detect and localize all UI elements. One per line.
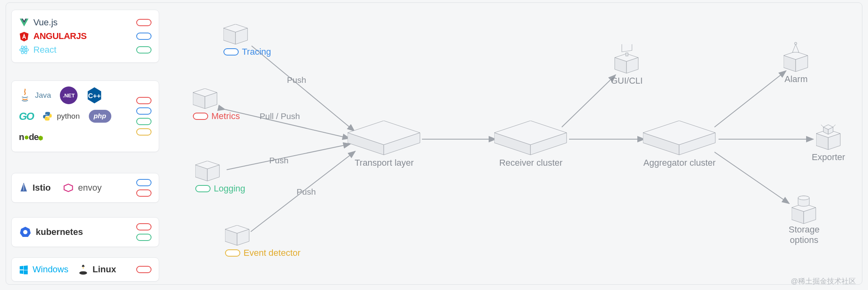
pill-column [136,179,151,197]
node-label: GUI/CLI [611,76,643,86]
pill-icon [225,249,240,257]
node-storage: Storage options [774,193,834,245]
source-event-detector: Event detector [225,225,301,258]
node-label: Transport layer [348,158,421,168]
pill-icon [136,189,151,197]
pill-icon [136,19,151,26]
pill-column [136,223,151,241]
node-label: Aggregator cluster [643,158,716,168]
source-metrics: Metrics [193,88,240,121]
panel-os: Windows Linux [11,257,159,282]
tech-row-vue: Vue.js [19,16,151,29]
node-receiver: Receiver cluster [494,121,567,168]
node-label: Receiver cluster [494,158,567,168]
node-icon: n●de⬢ [19,128,43,146]
windows-icon: Windows [19,264,68,275]
tech-label: React [33,45,56,55]
tech-row-react: React [19,43,151,57]
watermark-text: @稀土掘金技术社区 [791,276,856,286]
pill-icon [136,33,151,40]
source-logging: Logging [195,161,245,194]
pill-icon [136,46,151,53]
svg-point-6 [80,271,87,275]
source-label: Metrics [211,111,240,121]
pill-icon [136,234,151,241]
kubernetes-icon: kubernetes [19,226,83,239]
pill-icon [223,48,239,56]
pill-icon [195,185,211,192]
pill-icon [136,97,151,104]
react-icon [19,45,29,55]
dotnet-icon: .NET [60,86,78,104]
language-logo-grid: Java .NET C++ GO python php n●de⬢ [19,86,123,146]
python-icon: python [42,107,80,125]
source-tracing: Tracing [223,24,271,57]
go-icon: GO [19,107,33,125]
panel-languages: Java .NET C++ GO python php n●de⬢ [11,80,159,152]
node-label: Exporter [812,152,845,162]
node-guicli: GUI/CLI [611,44,643,86]
pill-icon [136,266,151,273]
tech-label: ANGULARJS [33,31,86,41]
cpp-icon: C++ [86,86,102,104]
tech-label: Vue.js [33,17,57,28]
svg-point-5 [23,230,28,234]
panel-k8s: kubernetes [11,217,159,247]
pill-column [136,266,151,273]
vue-icon [19,17,29,28]
source-label: Event detector [244,248,301,258]
svg-text:C++: C++ [88,92,101,100]
tech-row-angular: ANGULARJS [19,29,151,43]
linux-icon: Linux [78,263,116,276]
pill-column [136,97,151,136]
istio-icon: Istio [19,182,51,194]
node-alarm: Alarm [784,40,809,84]
node-label: Alarm [784,74,809,84]
envoy-icon: envoy [63,183,102,193]
node-transport: Transport layer [348,121,421,168]
pill-icon [193,113,208,120]
pill-icon [136,118,151,125]
angular-icon [19,31,29,41]
pill-icon [136,179,151,186]
pill-icon [136,128,151,136]
node-aggregator: Aggregator cluster [643,121,716,168]
panel-frontend: Vue.js ANGULARJS React [11,10,159,63]
node-label: Storage options [774,224,834,245]
php-icon: php [89,107,111,125]
pill-icon [136,223,151,230]
source-label: Tracing [242,47,271,57]
pill-icon [136,107,151,115]
svg-point-3 [23,49,25,51]
panel-mesh: Istio envoy [11,173,159,203]
java-icon: Java [19,86,51,104]
node-exporter: Exporter [812,121,845,162]
source-label: Logging [214,183,245,194]
